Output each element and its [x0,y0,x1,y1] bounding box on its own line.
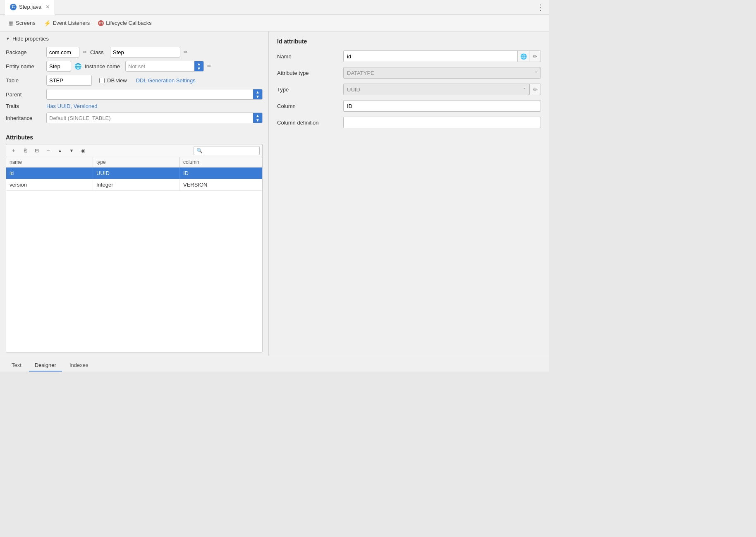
file-tab-icon: C [10,4,17,10]
attr-cell-type: Integer [93,179,180,190]
properties-section: ▼ Hide properties Package ✏ Class ✏ Enti… [0,31,268,131]
screens-button[interactable]: ▦ Screens [5,18,39,28]
col-header-type: type [93,157,180,167]
globe-icon[interactable]: 🌐 [74,63,81,70]
add-attribute-button[interactable]: + [9,146,19,155]
file-tab[interactable]: C Step.java ✕ [5,0,55,15]
column-definition-row: Column definition [277,117,541,128]
attributes-table: name type column id UUID ID version Inte… [6,157,263,352]
move-down-button[interactable]: ▼ [67,146,77,155]
left-panel: ▼ Hide properties Package ✏ Class ✏ Enti… [0,31,269,356]
lifecycle-label: Lifecycle Callbacks [106,20,152,26]
table-label: Table [6,77,43,84]
entity-instance-row: Entity name 🌐 Instance name Not set ▲▼ ✏ [6,61,263,72]
inheritance-label: Inheritance [6,115,43,121]
package-label: Package [6,49,43,55]
attribute-type-select[interactable]: DATATYPE ⌃ [343,67,541,79]
attribute-type-arrow-icon: ⌃ [531,67,541,79]
parent-select[interactable]: ▲▼ [46,89,263,100]
traits-value[interactable]: Has UUID, Versioned [46,103,98,109]
column-definition-label: Column definition [277,120,343,126]
col-header-name: name [6,157,93,167]
instance-edit-icon[interactable]: ✏ [207,63,211,69]
instance-name-select[interactable]: Not set ▲▼ [125,61,204,72]
entity-name-label: Entity name [6,63,43,70]
paste-attribute-button[interactable]: ⊟ [32,146,42,155]
view-button[interactable]: ◉ [78,146,88,155]
entity-name-input[interactable] [46,61,71,72]
remove-attribute-button[interactable]: − [43,146,53,155]
collapse-arrow-icon: ▼ [6,36,10,41]
class-edit-icon[interactable]: ✏ [184,49,188,55]
attr-cell-column: VERSION [180,179,262,190]
screens-icon: ▦ [8,20,14,26]
class-label: Class [90,49,107,55]
parent-arrows[interactable]: ▲▼ [253,89,262,100]
id-type-input-group: UUID ⌃ ✏ [343,84,541,95]
event-listeners-button[interactable]: ⚡ Event Listeners [41,18,93,28]
instance-name-arrows[interactable]: ▲▼ [194,61,203,72]
ddl-link[interactable]: DDL Generation Settings [136,77,196,84]
inheritance-row: Inheritance Default (SINGLE_TABLE) ▲▼ [6,113,263,123]
tab-text[interactable]: Text [6,360,27,372]
traits-row: Traits Has UUID, Versioned [6,103,263,109]
parent-label: Parent [6,91,43,98]
tab-designer[interactable]: Designer [29,360,62,372]
attribute-type-value: DATATYPE [344,70,531,76]
move-up-button[interactable]: ▲ [55,146,65,155]
package-edit-icon[interactable]: ✏ [83,49,87,55]
id-column-label: Column [277,103,343,109]
id-name-globe-button[interactable]: 🌐 [518,50,529,62]
id-type-arrow-icon: ⌃ [520,84,529,95]
table-row[interactable]: id UUID ID [6,168,262,179]
inheritance-arrows[interactable]: ▲▼ [253,113,262,123]
package-class-row: Package ✏ Class ✏ [6,47,263,58]
main-layout: ▼ Hide properties Package ✏ Class ✏ Enti… [0,31,549,356]
file-tab-label: Step.java [19,4,41,10]
inheritance-select[interactable]: Default (SINGLE_TABLE) ▲▼ [46,113,263,123]
class-input[interactable] [110,47,180,58]
attribute-search-input[interactable] [194,146,260,155]
attributes-table-header: name type column [6,157,262,168]
toolbar: ▦ Screens ⚡ Event Listeners m Lifecycle … [0,15,549,31]
title-bar-menu-button[interactable]: ⋮ [537,3,544,12]
properties-header[interactable]: ▼ Hide properties [6,36,263,42]
id-name-input[interactable] [343,50,518,62]
db-view-checkbox[interactable] [99,78,105,83]
id-name-label: Name [277,53,343,60]
id-name-edit-button[interactable]: ✏ [529,50,541,62]
traits-label: Traits [6,103,43,109]
attr-cell-name: id [6,168,93,179]
table-input[interactable] [46,75,92,86]
right-panel: Id attribute Name 🌐 ✏ Attribute type DAT… [269,31,549,356]
event-label: Event Listeners [53,20,90,26]
properties-title: Hide properties [12,36,49,42]
id-type-row: Type UUID ⌃ ✏ [277,84,541,95]
copy-attribute-button[interactable]: ⎘ [20,146,30,155]
id-type-select[interactable]: UUID ⌃ [343,84,529,95]
col-header-column: column [180,157,262,167]
title-bar: C Step.java ✕ ⋮ [0,0,549,15]
lifecycle-callbacks-button[interactable]: m Lifecycle Callbacks [95,18,155,28]
db-view-row: DB view [99,77,127,84]
attribute-type-label: Attribute type [277,70,343,76]
attributes-title: Attributes [6,134,263,141]
parent-row: Parent ▲▼ [6,89,263,100]
attributes-section: Attributes + ⎘ ⊟ − ▲ ▼ ◉ name type colum… [0,131,268,356]
id-type-value: UUID [344,86,520,93]
attr-cell-type: UUID [93,168,180,179]
id-attribute-title: Id attribute [277,38,541,45]
table-row[interactable]: version Integer VERSION [6,179,262,191]
column-definition-input[interactable] [343,117,541,128]
inheritance-value: Default (SINGLE_TABLE) [47,115,253,121]
attr-cell-column: ID [180,168,262,179]
table-empty-area [6,191,262,352]
tab-close-button[interactable]: ✕ [45,4,50,10]
id-column-input[interactable] [343,100,541,112]
lifecycle-icon: m [98,20,104,26]
package-input[interactable] [46,47,79,58]
tab-indexes[interactable]: Indexes [64,360,94,372]
id-type-edit-button[interactable]: ✏ [529,84,541,95]
instance-name-value: Not set [126,63,194,70]
id-type-label: Type [277,86,343,93]
